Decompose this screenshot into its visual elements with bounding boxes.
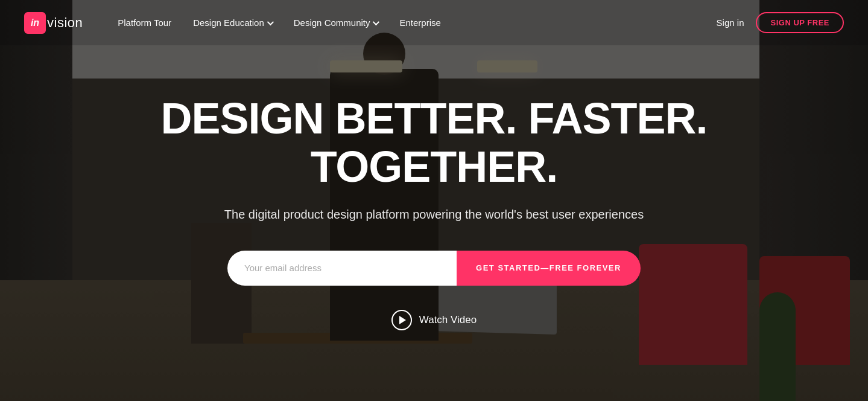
nav-enterprise[interactable]: Enterprise <box>388 11 451 34</box>
logo-vision-text: vision <box>47 15 83 31</box>
logo-box: in <box>24 12 46 34</box>
logo-in-text: in <box>31 18 39 28</box>
design-community-chevron-icon <box>373 18 379 25</box>
nav-design-education[interactable]: Design Education <box>182 11 283 34</box>
nav-platform-tour[interactable]: Platform Tour <box>107 11 182 34</box>
hero-content: DESIGN BETTER. FASTER. TOGETHER. The dig… <box>0 0 868 401</box>
watch-video-label: Watch Video <box>419 314 477 326</box>
email-input[interactable] <box>227 251 457 286</box>
play-triangle-icon <box>399 316 406 324</box>
watch-video-link[interactable]: Watch Video <box>391 310 477 330</box>
navigation: in vision Platform Tour Design Education… <box>0 0 868 45</box>
hero-cta-row: GET STARTED—FREE FOREVER <box>227 251 641 286</box>
nav-design-community[interactable]: Design Community <box>283 11 389 34</box>
sign-up-button[interactable]: SIGN UP FREE <box>756 12 844 33</box>
nav-right: Sign in SIGN UP FREE <box>717 12 844 33</box>
hero-headline: DESIGN BETTER. FASTER. TOGETHER. <box>72 95 796 190</box>
play-circle-icon <box>391 310 412 330</box>
hero-subheadline: The digital product design platform powe… <box>224 208 644 222</box>
nav-links: Platform Tour Design Education Design Co… <box>107 11 716 34</box>
sign-in-link[interactable]: Sign in <box>717 18 744 28</box>
logo[interactable]: in vision <box>24 12 83 34</box>
get-started-button[interactable]: GET STARTED—FREE FOREVER <box>457 251 641 286</box>
design-education-chevron-icon <box>267 18 274 25</box>
